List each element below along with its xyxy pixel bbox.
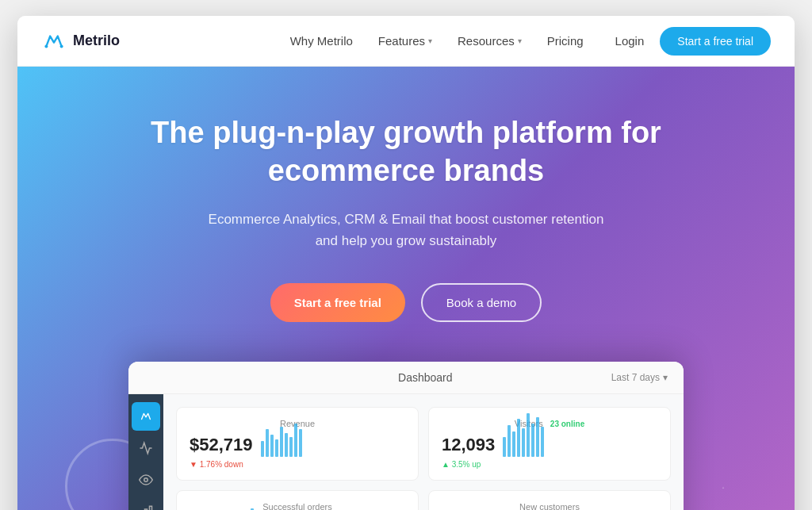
dashboard-card: Dashboard Last 7 days ▾ <box>128 362 684 510</box>
metric-value-visitors: 12,093 <box>442 435 495 455</box>
bar <box>299 429 302 457</box>
resources-chevron-icon: ▾ <box>518 36 522 45</box>
hero-buttons: Start a free trial Book a demo <box>41 283 771 322</box>
bar <box>266 429 269 457</box>
metrics-content: Revenue $52,719 <box>163 394 684 510</box>
logo[interactable]: Metrilo <box>41 29 120 54</box>
browser-window: Metrilo Why Metrilo Features ▾ Resources… <box>17 16 795 510</box>
hero-cta-primary[interactable]: Start a free trial <box>270 283 405 322</box>
sidebar-logo-icon <box>139 409 153 424</box>
login-button[interactable]: Login <box>615 34 645 48</box>
metric-chart-visitors <box>503 433 657 457</box>
bar <box>517 419 520 457</box>
nav-resources[interactable]: Resources ▾ <box>458 34 522 48</box>
logo-icon <box>41 29 67 54</box>
metric-card-customers: New customers 105 <box>428 490 671 510</box>
metric-card-visitors: Visitors 23 online 12,093 <box>428 407 671 481</box>
nav-features[interactable]: Features ▾ <box>378 34 432 48</box>
metrics-grid: Revenue $52,719 <box>176 407 671 510</box>
metric-label-customers: New customers <box>442 502 657 510</box>
sidebar-chart-icon <box>139 441 153 455</box>
sidebar-bar-item[interactable] <box>132 497 160 510</box>
svg-rect-3 <box>150 507 152 510</box>
period-chevron-icon: ▾ <box>663 372 668 383</box>
nav-links: Why Metrilo Features ▾ Resources ▾ Prici… <box>290 34 584 48</box>
mini-bars-visitors <box>503 433 657 457</box>
metric-label-visitors: Visitors 23 online <box>442 419 657 428</box>
metric-label-revenue: Revenue <box>190 419 405 428</box>
nav-actions: Login Start a free trial <box>615 27 771 56</box>
bar <box>270 435 274 457</box>
bar <box>531 424 534 457</box>
hero-section: The plug-n-play growth platform for ecom… <box>17 67 795 510</box>
sidebar-eye-icon <box>139 473 153 487</box>
dashboard-sidebar <box>128 394 163 510</box>
navbar: Metrilo Why Metrilo Features ▾ Resources… <box>17 16 795 67</box>
sidebar-chart-item[interactable] <box>132 434 160 462</box>
metric-row-visitors: 12,093 <box>442 433 657 457</box>
dashboard-title: Dashboard <box>239 371 611 384</box>
features-chevron-icon: ▾ <box>428 36 432 45</box>
metric-chart-revenue <box>261 433 405 457</box>
svg-point-0 <box>44 44 48 48</box>
dashboard-body: Revenue $52,719 <box>128 394 684 510</box>
brand-name: Metrilo <box>73 33 120 49</box>
metric-trend-revenue: ▼ 1.76% down <box>190 460 405 469</box>
bar <box>527 413 530 457</box>
mini-bars-revenue <box>261 433 405 457</box>
bar <box>508 425 511 457</box>
bar <box>294 424 297 457</box>
dashboard-header: Dashboard Last 7 days ▾ <box>128 362 684 394</box>
metric-value-revenue: $52,719 <box>190 435 253 455</box>
metric-row-revenue: $52,719 <box>190 433 405 457</box>
bar <box>512 431 515 457</box>
bar <box>280 427 283 457</box>
metric-label-orders: Successful orders <box>190 502 405 510</box>
dashboard-preview: Dashboard Last 7 days ▾ <box>128 362 684 510</box>
metric-card-revenue: Revenue $52,719 <box>176 407 419 481</box>
bar <box>289 437 293 457</box>
bar <box>522 428 525 457</box>
start-trial-button[interactable]: Start a free trial <box>660 27 771 56</box>
svg-point-1 <box>60 44 63 48</box>
bar <box>536 417 539 457</box>
bar <box>285 433 288 457</box>
svg-point-2 <box>144 478 148 482</box>
metric-trend-visitors: ▲ 3.5% up <box>442 460 657 469</box>
bar <box>541 427 544 457</box>
hero-title: The plug-n-play growth platform for ecom… <box>136 114 676 190</box>
hero-subtitle: Ecommerce Analytics, CRM & Email that bo… <box>200 209 612 251</box>
bar <box>503 437 506 457</box>
dashboard-period-selector[interactable]: Last 7 days ▾ <box>611 372 668 383</box>
deco-triangle <box>691 486 755 510</box>
visitors-online-badge: 23 online <box>550 420 584 428</box>
nav-pricing[interactable]: Pricing <box>547 34 584 48</box>
hero-cta-secondary[interactable]: Book a demo <box>421 283 542 322</box>
bar <box>275 439 278 457</box>
sidebar-bar-icon <box>139 504 153 510</box>
bar <box>261 441 264 457</box>
metric-card-orders: Successful orders 604 <box>176 490 419 510</box>
sidebar-logo-item[interactable] <box>132 402 160 431</box>
nav-why-metrilo[interactable]: Why Metrilo <box>290 34 353 48</box>
sidebar-eye-item[interactable] <box>132 466 160 494</box>
